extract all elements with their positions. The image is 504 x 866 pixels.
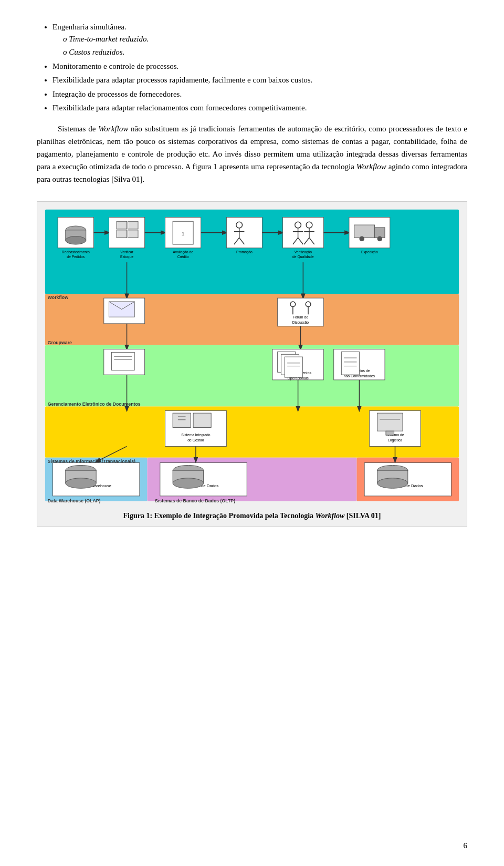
svg-point-123 [173, 478, 203, 488]
svg-rect-58 [354, 225, 375, 238]
svg-rect-112 [386, 431, 394, 435]
svg-text:Data Warehouse (OLAP): Data Warehouse (OLAP) [48, 498, 101, 503]
svg-rect-79 [111, 352, 134, 370]
bullet-item-3-text: Flexibilidade para adaptar processos rap… [52, 76, 312, 84]
svg-point-60 [359, 236, 364, 241]
svg-text:Verificar: Verificar [120, 250, 133, 253]
sub-bullet-2-text: Custos reduzidos. [69, 48, 124, 56]
svg-text:Verificação: Verificação [295, 250, 312, 254]
svg-text:Crédito: Crédito [177, 255, 189, 259]
svg-text:Avaliação de: Avaliação de [173, 250, 193, 254]
svg-rect-42 [282, 217, 323, 248]
bullet-item-2-text: Monitoramento e controle de processos. [52, 62, 178, 70]
svg-text:Sistema Integrado: Sistema Integrado [181, 432, 210, 437]
bullet-item-1: Engenharia simultânea. Time-to-market re… [52, 21, 467, 58]
svg-rect-111 [377, 413, 403, 431]
sub-bullet-1: Time-to-market reduzido. [63, 33, 467, 45]
caption-bold: Figura 1: Exemplo de Integração Promovid… [123, 512, 315, 520]
svg-rect-34 [226, 217, 262, 248]
page-number: 6 [464, 841, 468, 850]
svg-point-118 [66, 478, 96, 488]
svg-point-128 [377, 478, 407, 488]
bullet-item-2: Monitoramento e controle de processos. [52, 60, 467, 73]
bullet-item-1-text: Engenharia simultânea. [52, 23, 127, 31]
main-paragraph: Sistemas de Workflow não substituem as j… [37, 122, 467, 185]
svg-text:de Pedidos: de Pedidos [67, 255, 85, 259]
svg-text:Estoque: Estoque [120, 255, 133, 259]
svg-text:Groupware: Groupware [48, 339, 72, 345]
svg-rect-94 [341, 352, 359, 375]
sub-bullet-2: Custos reduzidos. [63, 46, 467, 58]
svg-text:Promoção: Promoção [236, 250, 253, 254]
svg-text:de Gestão: de Gestão [187, 438, 204, 441]
svg-text:de Qualidade: de Qualidade [292, 255, 314, 259]
caption-italic: Workflow [316, 512, 345, 520]
svg-rect-25 [117, 230, 127, 238]
svg-text:Workflow: Workflow [48, 295, 68, 300]
svg-text:Reabastecimento: Reabastecimento [62, 250, 90, 253]
p1-italic2: Workflow [356, 162, 386, 171]
svg-point-18 [66, 236, 86, 244]
bullet-item-5: Flexibilidade para adaptar relacionament… [52, 102, 467, 114]
bullet-item-4: Integração de processos de fornecedores. [52, 88, 467, 100]
svg-text:1: 1 [182, 230, 184, 236]
svg-rect-23 [117, 221, 127, 229]
svg-rect-24 [128, 221, 138, 229]
caption-end: [SILVA 01] [344, 512, 381, 520]
svg-text:Discussão: Discussão [292, 320, 309, 324]
p1-pre: Sistemas de [58, 125, 98, 133]
svg-rect-26 [128, 230, 138, 238]
svg-rect-105 [193, 413, 211, 427]
svg-text:Sistemas de Banco de Dados (OL: Sistemas de Banco de Dados (OLTP) [155, 498, 235, 503]
p1-italic: Workflow [98, 125, 128, 133]
figure-1-diagram: Workflow Groupware Gerenciamento Eletrôn… [43, 207, 461, 503]
figure-caption: Figura 1: Exemplo de Integração Promovid… [43, 511, 461, 521]
main-bullet-list: Engenharia simultânea. Time-to-market re… [52, 21, 467, 114]
svg-rect-88 [285, 357, 302, 377]
svg-text:Expedição: Expedição [361, 250, 378, 254]
page-number-text: 6 [464, 841, 468, 850]
sub-bullet-list: Time-to-market reduzido. Custos reduzido… [63, 33, 467, 58]
svg-rect-104 [173, 413, 191, 427]
figure-1-container: Workflow Groupware Gerenciamento Eletrôn… [37, 201, 467, 527]
bullet-item-5-text: Flexibilidade para adaptar relacionament… [52, 104, 307, 112]
bullet-item-4-text: Integração de processos de fornecedores. [52, 90, 182, 98]
sub-bullet-1-text: Time-to-market reduzido. [69, 35, 149, 43]
svg-text:Logística: Logística [388, 438, 402, 442]
svg-text:Fórum de: Fórum de [293, 315, 308, 319]
bullet-item-3: Flexibilidade para adaptar processos rap… [52, 74, 467, 86]
svg-point-61 [377, 236, 382, 241]
